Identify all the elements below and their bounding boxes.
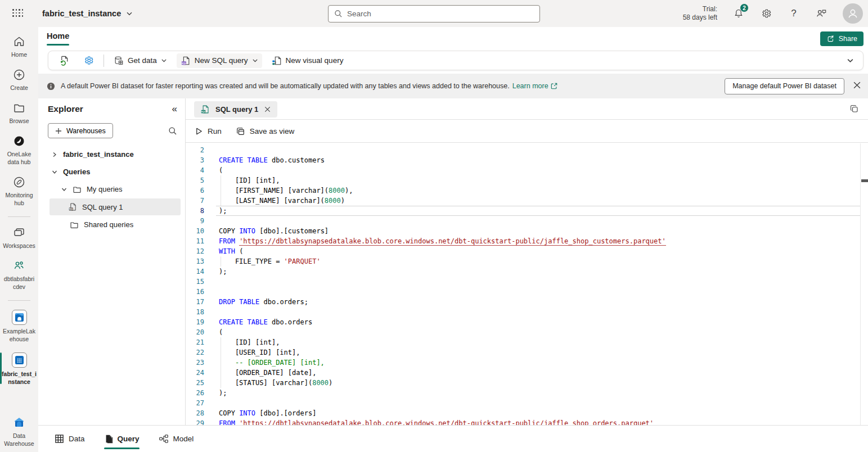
onelake-icon bbox=[12, 134, 26, 148]
code-line[interactable]: 22 [USER_ID] [int], bbox=[186, 347, 860, 358]
code-text bbox=[216, 398, 860, 408]
explorer-search-icon[interactable] bbox=[168, 126, 177, 135]
code-line[interactable]: 8); bbox=[186, 206, 860, 216]
tree-item-shared-queries[interactable]: Shared queries bbox=[38, 216, 185, 233]
code-line[interactable]: 13 FILE_TYPE = 'PARQUET' bbox=[186, 256, 860, 266]
code-line[interactable]: 10COPY INTO [dbo].[customers] bbox=[186, 226, 860, 236]
chevron-down-icon bbox=[61, 187, 68, 192]
code-line[interactable]: 19CREATE TABLE dbo.orders bbox=[186, 317, 860, 327]
code-line[interactable]: 14); bbox=[186, 266, 860, 277]
code-line[interactable]: 27 bbox=[186, 398, 860, 408]
code-line[interactable]: 4( bbox=[186, 165, 860, 175]
rail-item-fabric-test-instance[interactable]: fabric_test_i nstance bbox=[0, 351, 38, 387]
code-line[interactable]: 11FROM 'https://dbtlabsynapsedatalake.bl… bbox=[186, 236, 860, 246]
editor-scrollbar-gutter bbox=[860, 143, 861, 425]
workspace-switcher[interactable]: fabric_test_instance bbox=[42, 7, 133, 20]
rail-item-monitoring-hub[interactable]: Monitoring hub bbox=[0, 174, 38, 208]
banner-close-icon[interactable] bbox=[853, 81, 861, 89]
learn-more-link[interactable]: Learn more bbox=[512, 82, 557, 90]
folder-icon bbox=[12, 101, 26, 115]
code-line[interactable]: 29FROM 'https://dbtlabsynapsedatalake.bl… bbox=[186, 418, 860, 425]
tree-item-sql-query-1[interactable]: SQL SQL query 1 bbox=[50, 198, 181, 215]
code-text: [FIRST_NAME] [varchar](8000), bbox=[216, 186, 860, 196]
code-line[interactable]: 16 bbox=[186, 287, 860, 297]
search-input[interactable] bbox=[347, 10, 534, 18]
code-line[interactable]: 18 bbox=[186, 307, 860, 317]
code-line[interactable]: 15 bbox=[186, 277, 860, 287]
chevron-down-icon bbox=[252, 57, 258, 64]
code-line[interactable]: 21 [ID] [int], bbox=[186, 337, 860, 347]
run-button[interactable]: Run bbox=[195, 127, 222, 135]
code-line[interactable]: 3CREATE TABLE dbo.customers bbox=[186, 155, 860, 165]
code-text bbox=[216, 145, 860, 155]
lakehouse-icon bbox=[12, 310, 27, 325]
line-number: 26 bbox=[186, 388, 204, 398]
plus-circle-icon bbox=[12, 68, 26, 82]
trial-status: Trial: 58 days left bbox=[683, 5, 717, 22]
model-diagram-icon bbox=[159, 434, 169, 444]
close-tab-icon[interactable] bbox=[264, 106, 271, 113]
code-editor[interactable]: 23CREATE TABLE dbo.customers4(5 [ID] [in… bbox=[186, 143, 860, 425]
refresh-report-button[interactable] bbox=[55, 53, 74, 68]
line-number: 17 bbox=[186, 297, 204, 307]
manage-default-dataset-button[interactable]: Manage default Power BI dataset bbox=[725, 78, 844, 94]
feedback-icon[interactable] bbox=[815, 7, 827, 20]
rail-item-data-warehouse[interactable]: Data Warehouse bbox=[0, 414, 38, 449]
code-line[interactable]: 23 -- [ORDER_DATE] [int], bbox=[186, 358, 860, 368]
search-box[interactable] bbox=[328, 5, 540, 22]
collapse-panel-icon[interactable]: « bbox=[172, 103, 177, 115]
database-icon bbox=[114, 56, 124, 66]
view-tab-model[interactable]: Model bbox=[159, 426, 194, 452]
app-launcher-icon[interactable] bbox=[12, 9, 25, 18]
tab-sql-query-1[interactable]: SQL SQL query 1 bbox=[194, 101, 277, 117]
splitter-handle[interactable] bbox=[861, 179, 868, 182]
copy-icon[interactable] bbox=[849, 104, 859, 114]
code-line[interactable]: 6 [FIRST_NAME] [varchar](8000), bbox=[186, 186, 860, 196]
add-warehouses-button[interactable]: Warehouses bbox=[48, 123, 113, 138]
tab-home[interactable]: Home bbox=[47, 31, 69, 40]
new-sql-query-button[interactable]: SQL New SQL query bbox=[177, 53, 262, 68]
tree-item-queries[interactable]: Queries bbox=[38, 163, 185, 180]
line-number: 20 bbox=[186, 327, 204, 337]
code-line[interactable]: 28COPY INTO [dbo].[orders] bbox=[186, 408, 860, 418]
code-text: FILE_TYPE = 'PARQUET' bbox=[216, 256, 860, 266]
notifications-bell-icon[interactable]: 2 bbox=[732, 7, 745, 20]
rail-item-onelake-data-hub[interactable]: OneLake data hub bbox=[0, 133, 38, 167]
ribbon-tab-row: Home Share bbox=[38, 27, 868, 49]
settings-gear-icon[interactable] bbox=[760, 7, 772, 20]
tree-item-my-queries[interactable]: My queries bbox=[38, 180, 185, 198]
code-line[interactable]: 2 bbox=[186, 145, 860, 155]
get-data-button[interactable]: Get data bbox=[110, 53, 171, 68]
rail-item-browse[interactable]: Browse bbox=[0, 100, 38, 126]
rail-item-dbtlabsfabricdev[interactable]: dbtlabsfabri cdev bbox=[0, 258, 38, 292]
tree-item-warehouse[interactable]: fabric_test_instance bbox=[38, 146, 185, 163]
new-visual-query-button[interactable]: New visual query bbox=[268, 53, 348, 68]
view-tab-data[interactable]: Data bbox=[55, 426, 85, 452]
folder-icon bbox=[73, 185, 82, 194]
code-line[interactable]: 25 [STATUS] [varchar](8000) bbox=[186, 378, 860, 388]
code-text: COPY INTO [dbo].[customers] bbox=[216, 226, 860, 236]
save-as-view-button[interactable]: Save as view bbox=[236, 127, 295, 136]
code-text: WITH ( bbox=[216, 246, 860, 256]
code-line[interactable]: 20( bbox=[186, 327, 860, 337]
line-number: 5 bbox=[186, 175, 204, 186]
view-tab-query[interactable]: Query bbox=[104, 426, 140, 452]
sql-file-icon: SQL bbox=[181, 56, 191, 66]
code-line[interactable]: 24 [ORDER_DATE] [date], bbox=[186, 368, 860, 378]
settings-button[interactable] bbox=[79, 53, 98, 68]
code-line[interactable]: 9 bbox=[186, 216, 860, 226]
code-line[interactable]: 17DROP TABLE dbo.orders; bbox=[186, 297, 860, 307]
account-avatar[interactable] bbox=[843, 3, 863, 24]
rail-item-home[interactable]: Home bbox=[0, 34, 38, 60]
rail-item-workspaces[interactable]: Workspaces bbox=[0, 225, 38, 251]
rail-item-examplelakehouse[interactable]: ExampleLak ehouse bbox=[0, 309, 38, 344]
share-button[interactable]: Share bbox=[820, 31, 863, 46]
help-icon[interactable]: ? bbox=[788, 7, 800, 20]
info-icon bbox=[47, 82, 55, 91]
rail-item-create[interactable]: Create bbox=[0, 67, 38, 93]
toolbar-collapse-chevron-icon[interactable] bbox=[847, 57, 854, 64]
code-line[interactable]: 5 [ID] [int], bbox=[186, 175, 860, 186]
code-line[interactable]: 26); bbox=[186, 388, 860, 398]
code-line[interactable]: 7 [LAST_NAME] [varchar](8000) bbox=[186, 196, 860, 206]
code-line[interactable]: 12WITH ( bbox=[186, 246, 860, 256]
